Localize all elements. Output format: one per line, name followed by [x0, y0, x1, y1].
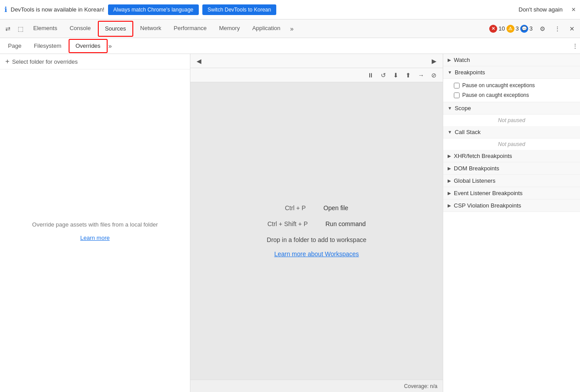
message-count: 3 — [530, 25, 533, 32]
pause-caught-row: Pause on caught exceptions — [448, 90, 576, 100]
step-into-button[interactable]: ⬇ — [391, 70, 401, 81]
main-layout: + Select folder for overrides Override p… — [0, 54, 580, 392]
shortcut-row-1: Ctrl + P Open file — [285, 204, 348, 211]
dom-triangle-icon: ▶ — [448, 166, 451, 171]
shortcut-ctrl-p-action: Open file — [324, 204, 348, 211]
sub-tabs-overflow-button[interactable]: ⋮ — [572, 42, 578, 50]
pause-uncaught-label: Pause on uncaught exceptions — [462, 82, 535, 88]
inspect-button[interactable]: ⬚ — [14, 23, 27, 35]
coverage-bar: Coverage: n/a — [190, 380, 443, 392]
callstack-triangle-icon: ▼ — [448, 130, 452, 135]
step-out-button[interactable]: ⬆ — [403, 70, 414, 81]
tab-performance[interactable]: Performance — [167, 19, 213, 38]
global-label: Global Listeners — [454, 177, 495, 184]
tab-sources[interactable]: Sources — [98, 21, 133, 37]
select-folder-label: Select folder for overrides — [12, 58, 77, 65]
breakpoints-triangle-icon: ▼ — [448, 70, 452, 75]
left-panel-content: Override page assets with files from a l… — [0, 69, 190, 392]
tab-elements[interactable]: Elements — [27, 19, 63, 38]
shortcut-ctrl-p-key: Ctrl + P — [285, 204, 305, 211]
close-devtools-button[interactable]: ✕ — [566, 23, 578, 35]
settings-button[interactable]: ⚙ — [536, 23, 549, 35]
callstack-label: Call Stack — [455, 129, 481, 135]
tab-application[interactable]: Application — [246, 19, 287, 38]
tab-console[interactable]: Console — [63, 19, 97, 38]
watch-triangle-icon: ▶ — [448, 58, 451, 62]
show-navigator-button[interactable]: ▶ — [429, 56, 439, 66]
callstack-section-header[interactable]: ▼ Call Stack — [443, 126, 580, 138]
learn-more-link[interactable]: Learn more — [80, 234, 109, 241]
event-listener-section-header[interactable]: ▶ Event Listener Breakpoints — [443, 187, 580, 200]
event-triangle-icon: ▶ — [448, 191, 451, 196]
right-controls: ✕ 10 ⚠ 3 💬 3 ⚙ ⋮ ✕ — [487, 23, 578, 35]
toggle-device-toolbar-button[interactable]: ⇄ — [2, 23, 14, 35]
middle-panel: ◀ ▶ ⏸ ↺ ⬇ ⬆ → ⊘ Ctrl + P Open file Ctrl … — [190, 54, 443, 392]
scope-section-header[interactable]: ▼ Scope — [443, 102, 580, 115]
message-badge: 💬 — [520, 25, 528, 33]
pause-caught-checkbox[interactable] — [454, 92, 460, 98]
pause-uncaught-checkbox[interactable] — [454, 83, 460, 88]
info-icon: ℹ — [4, 5, 7, 14]
error-count: 10 — [499, 25, 505, 32]
global-triangle-icon: ▶ — [448, 178, 451, 183]
sub-tabs-bar: Page Filesystem Overrides » ⋮ — [0, 38, 580, 54]
notif-text: DevTools is now available in Korean! — [11, 6, 104, 13]
match-language-button[interactable]: Always match Chrome's language — [108, 4, 199, 15]
dont-show-button[interactable]: Don't show again — [518, 6, 562, 13]
csp-violation-section-header[interactable]: ▶ CSP Violation Breakpoints — [443, 200, 580, 212]
hide-sidebar-button[interactable]: ◀ — [194, 56, 204, 66]
watch-section-header[interactable]: ▶ Watch — [443, 54, 580, 66]
sub-tab-page[interactable]: Page — [2, 38, 27, 54]
pause-resume-button[interactable]: ⏸ — [365, 70, 376, 81]
add-folder-icon: + — [5, 58, 9, 65]
scope-not-paused: Not paused — [443, 115, 580, 126]
event-label: Event Listener Breakpoints — [454, 190, 522, 196]
dom-breakpoints-section-header[interactable]: ▶ DOM Breakpoints — [443, 162, 580, 175]
coverage-text: Coverage: n/a — [404, 383, 437, 389]
breakpoints-label: Breakpoints — [455, 69, 485, 76]
xhr-label: XHR/fetch Breakpoints — [454, 153, 512, 159]
middle-toolbar: ◀ ▶ — [190, 54, 443, 68]
main-tabs-bar: ⇄ ⬚ Elements Console Sources Network Per… — [0, 19, 580, 38]
shortcut-row-2: Ctrl + Shift + P Run command — [267, 220, 366, 227]
override-description: Override page assets with files from a l… — [32, 220, 158, 229]
pause-uncaught-row: Pause on uncaught exceptions — [448, 81, 576, 90]
more-options-button[interactable]: ⋮ — [551, 23, 564, 35]
tab-memory[interactable]: Memory — [213, 19, 246, 38]
scope-label: Scope — [455, 105, 471, 111]
step-button[interactable]: → — [415, 70, 427, 81]
select-folder-row[interactable]: + Select folder for overrides — [0, 54, 190, 69]
sub-tab-overrides[interactable]: Overrides — [69, 39, 108, 53]
pause-caught-label: Pause on caught exceptions — [462, 92, 529, 98]
deactivate-breakpoints-button[interactable]: ⊘ — [429, 70, 439, 81]
workspace-learn-more-link[interactable]: Learn more about Workspaces — [274, 250, 359, 257]
callstack-not-paused: Not paused — [443, 138, 580, 150]
csp-triangle-icon: ▶ — [448, 203, 451, 208]
error-badge-group: ✕ 10 ⚠ 3 💬 3 — [487, 25, 534, 33]
middle-content: Ctrl + P Open file Ctrl + Shift + P Run … — [190, 82, 443, 380]
breakpoints-content: Pause on uncaught exceptions Pause on ca… — [443, 79, 580, 102]
scope-triangle-icon: ▼ — [448, 106, 452, 111]
xhr-triangle-icon: ▶ — [448, 154, 451, 158]
xhr-fetch-section-header[interactable]: ▶ XHR/fetch Breakpoints — [443, 150, 580, 162]
tab-network[interactable]: Network — [134, 19, 168, 38]
left-panel: + Select folder for overrides Override p… — [0, 54, 190, 392]
sub-tab-filesystem[interactable]: Filesystem — [27, 38, 67, 54]
watch-label: Watch — [454, 57, 470, 63]
drop-folder-text: Drop in a folder to add to workspace — [267, 236, 367, 243]
global-listeners-section-header[interactable]: ▶ Global Listeners — [443, 175, 580, 187]
step-over-button[interactable]: ↺ — [378, 70, 389, 81]
warning-count: 3 — [516, 25, 519, 32]
shortcut-ctrl-shift-p-action: Run command — [325, 220, 366, 227]
notification-bar: ℹ DevTools is now available in Korean! A… — [0, 0, 580, 19]
warning-badge: ⚠ — [507, 25, 514, 33]
breakpoints-section-header[interactable]: ▼ Breakpoints — [443, 66, 580, 79]
error-badge: ✕ — [489, 25, 497, 33]
sub-tabs-more-button[interactable]: » — [108, 42, 112, 50]
switch-korean-button[interactable]: Switch DevTools to Korean — [202, 4, 276, 15]
more-tabs-button[interactable]: » — [287, 23, 296, 35]
csp-label: CSP Violation Breakpoints — [454, 202, 521, 209]
dom-label: DOM Breakpoints — [454, 165, 499, 172]
close-notif-button[interactable]: × — [572, 6, 576, 14]
shortcut-ctrl-shift-p-key: Ctrl + Shift + P — [267, 220, 308, 227]
